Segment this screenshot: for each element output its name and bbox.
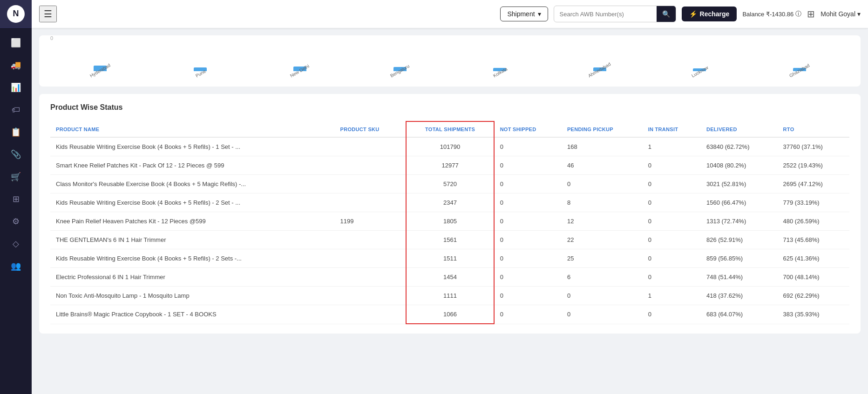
cell-not-shipped: 0 <box>494 212 562 231</box>
search-container: 🔍 <box>554 6 676 22</box>
search-input[interactable] <box>554 11 657 18</box>
cell-product-name: Kids Reusable Writing Exercise Book (4 B… <box>50 137 335 156</box>
user-profile[interactable]: Mohit Goyal ▾ <box>821 10 861 18</box>
sidebar-item-box[interactable]: ⬜ <box>6 33 26 53</box>
cell-product-name: Knee Pain Relief Heaven Patches Kit - 12… <box>50 212 335 231</box>
product-table: PRODUCT NAME PRODUCT SKU TOTAL SHIPMENTS… <box>50 121 849 324</box>
sidebar-item-settings[interactable]: ⚙ <box>6 211 26 232</box>
cell-pending-pickup: 8 <box>562 194 643 212</box>
col-header-not-shipped: NOT SHIPPED <box>494 121 562 137</box>
truck-icon: 🚚 <box>11 60 21 70</box>
cell-rto: 625 (41.36%) <box>778 249 849 268</box>
sidebar-item-grid-list[interactable]: ⊞ <box>6 189 26 209</box>
cell-not-shipped: 0 <box>494 249 562 268</box>
user-dropdown-arrow-icon: ▾ <box>857 10 861 18</box>
table-row: Class Monitor's Reusable Exercise Book (… <box>50 175 849 194</box>
cell-product-sku <box>335 137 407 156</box>
cell-not-shipped: 0 <box>494 287 562 305</box>
table-body: Kids Reusable Writing Exercise Book (4 B… <box>50 137 849 324</box>
cell-delivered: 1313 (72.74%) <box>701 212 778 231</box>
cell-total-shipments: 2347 <box>406 194 494 212</box>
cell-delivered: 859 (56.85%) <box>701 249 778 268</box>
cell-total-shipments: 1805 <box>406 212 494 231</box>
chart-section: 0 Hyderabad Pune New Delhi Bengaluru <box>39 35 861 87</box>
col-header-total-shipments: TOTAL SHIPMENTS <box>406 121 494 137</box>
dropdown-arrow-icon: ▾ <box>538 10 541 18</box>
col-header-in-transit: IN TRANSIT <box>643 121 701 137</box>
search-button[interactable]: 🔍 <box>657 6 676 22</box>
cell-total-shipments: 1454 <box>406 268 494 287</box>
cell-not-shipped: 0 <box>494 194 562 212</box>
chart-bar-ahmedabad: Ahmedabad <box>550 67 650 79</box>
sidebar-item-clipboard[interactable]: 📎 <box>6 144 26 165</box>
hamburger-button[interactable]: ☰ <box>39 6 57 22</box>
apps-grid-icon[interactable]: ⊞ <box>807 8 815 20</box>
balance-display: Balance ₹-1430.86 ⓘ <box>742 10 801 18</box>
chart-bar-pune: Pune <box>150 67 251 79</box>
sidebar-item-cart[interactable]: 🛒 <box>6 167 26 187</box>
cart-icon: 🛒 <box>11 172 21 182</box>
sidebar-item-diamond[interactable]: ◇ <box>6 234 26 254</box>
cell-total-shipments: 12977 <box>406 156 494 175</box>
col-header-delivered: DELIVERED <box>701 121 778 137</box>
search-icon: 🔍 <box>662 10 670 18</box>
table-row: Kids Reusable Writing Exercise Book (4 B… <box>50 137 849 156</box>
cell-in-transit: 0 <box>643 175 701 194</box>
cell-not-shipped: 0 <box>494 156 562 175</box>
sidebar-item-tag[interactable]: 🏷 <box>6 100 26 120</box>
chart-bar-new-delhi: New Delhi <box>250 67 350 79</box>
chart-label-new-delhi: New Delhi <box>289 63 310 78</box>
cell-product-name: Little Brains® Magic Practice Copybook -… <box>50 305 335 324</box>
sidebar-navigation: ⬜ 🚚 📊 🏷 📋 📎 🛒 ⊞ ⚙ ◇ 👥 <box>0 28 32 276</box>
chart-bar-hyderabad: Hyderabad <box>50 66 150 79</box>
sidebar: N ⬜ 🚚 📊 🏷 📋 📎 🛒 ⊞ ⚙ ◇ <box>0 0 32 394</box>
cell-delivered: 418 (37.62%) <box>701 287 778 305</box>
sidebar-item-truck[interactable]: 🚚 <box>6 55 26 75</box>
table-row: Kids Reusable Writing Exercise Book (4 B… <box>50 249 849 268</box>
shipment-dropdown[interactable]: Shipment ▾ <box>500 7 548 21</box>
chart-area: Hyderabad Pune New Delhi Bengaluru Kolka… <box>50 42 849 79</box>
cell-in-transit: 0 <box>643 249 701 268</box>
chart-bar-lucknow: Lucknow <box>650 68 750 79</box>
cell-product-sku <box>335 175 407 194</box>
cell-pending-pickup: 0 <box>562 305 643 324</box>
chart-icon: 📊 <box>11 82 21 93</box>
balance-label: Balance ₹-1430.86 <box>742 11 793 18</box>
cell-not-shipped: 0 <box>494 268 562 287</box>
header: ☰ Shipment ▾ 🔍 ⚡ Recharge Balance ₹-1430… <box>32 0 868 28</box>
cell-total-shipments: 1111 <box>406 287 494 305</box>
info-icon[interactable]: ⓘ <box>795 10 801 18</box>
cell-product-name: Kids Reusable Writing Exercise Book (4 B… <box>50 249 335 268</box>
cell-rto: 2695 (47.12%) <box>778 175 849 194</box>
box-icon: ⬜ <box>11 38 21 48</box>
cell-in-transit: 0 <box>643 268 701 287</box>
settings-icon: ⚙ <box>12 216 20 227</box>
cell-product-sku: 1199 <box>335 212 407 231</box>
recharge-label: Recharge <box>700 10 730 18</box>
cell-total-shipments: 1511 <box>406 249 494 268</box>
cell-rto: 480 (26.59%) <box>778 212 849 231</box>
sidebar-item-chart[interactable]: 📊 <box>6 77 26 98</box>
cell-total-shipments: 5720 <box>406 175 494 194</box>
cell-rto: 700 (48.14%) <box>778 268 849 287</box>
chart-label-lucknow: Lucknow <box>691 65 709 78</box>
recharge-button[interactable]: ⚡ Recharge <box>682 7 737 21</box>
chart-label-hyderabad: Hyderabad <box>89 63 111 79</box>
cell-pending-pickup: 168 <box>562 137 643 156</box>
cell-in-transit: 1 <box>643 137 701 156</box>
cell-product-sku <box>335 268 407 287</box>
col-header-product-sku: PRODUCT SKU <box>335 121 407 137</box>
sidebar-item-people[interactable]: 👥 <box>6 256 26 276</box>
cell-product-name: Non Toxic Anti-Mosquito Lamp - 1 Mosquit… <box>50 287 335 305</box>
clipboard-icon: 📎 <box>11 149 21 160</box>
sidebar-logo[interactable]: N <box>0 0 32 28</box>
sidebar-item-list[interactable]: 📋 <box>6 122 26 142</box>
table-row: Little Brains® Magic Practice Copybook -… <box>50 305 849 324</box>
cell-not-shipped: 0 <box>494 231 562 249</box>
cell-product-name: THE GENTLEMAN's 6 IN 1 Hair Trimmer <box>50 231 335 249</box>
main-content: ☰ Shipment ▾ 🔍 ⚡ Recharge Balance ₹-1430… <box>32 0 868 394</box>
cell-product-name: Electric Professional 6 IN 1 Hair Trimme… <box>50 268 335 287</box>
cell-delivered: 748 (51.44%) <box>701 268 778 287</box>
cell-rto: 713 (45.68%) <box>778 231 849 249</box>
cell-in-transit: 0 <box>643 305 701 324</box>
